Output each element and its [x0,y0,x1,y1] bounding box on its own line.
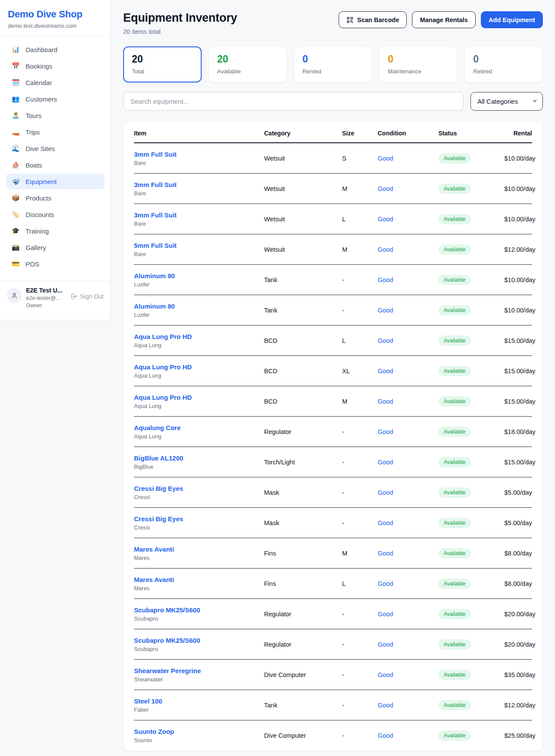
condition-link[interactable]: Good [378,459,438,466]
brand-name[interactable]: Demo Dive Shop [8,9,103,20]
column-header-size: Size [342,130,378,137]
sidebar-item-dashboard[interactable]: 📊 Dashboard [6,42,104,57]
sidebar-item-dive-sites[interactable]: 🌊 Dive Sites [6,141,104,156]
sidebar-item-discounts[interactable]: 🏷️ Discounts [6,207,104,222]
rental-rate-cell: $15.00/day [504,459,535,466]
status-cell: Available [438,579,504,589]
sidebar-item-training[interactable]: 🎓 Training [6,223,104,239]
condition-link[interactable]: Good [378,671,438,678]
stat-card-maintenance[interactable]: 0 Maintenance [379,46,457,82]
status-badge: Available [438,609,471,619]
manage-rentals-button[interactable]: Manage Rentals [412,11,475,28]
sign-out-button[interactable]: Sign Out [70,293,104,300]
condition-link[interactable]: Good [378,216,438,223]
item-name-link[interactable]: 5mm Full Suit [134,242,264,249]
sidebar-item-label: POS [26,260,39,268]
header-actions: Scan Barcode Manage Rentals Add Equipmen… [339,11,543,28]
item-brand: Cressi [134,494,264,500]
item-name-link[interactable]: Suunto Zoop [134,728,264,735]
stat-card-retired[interactable]: 0 Retired [464,46,543,82]
stat-value: 20 [217,53,278,65]
condition-link[interactable]: Good [378,732,438,739]
sidebar-item-products[interactable]: 📦 Products [6,190,104,206]
sidebar-item-tours[interactable]: 🏝️ Tours [6,108,104,123]
item-name-link[interactable]: Aluminum 80 [134,272,264,279]
item-cell: Scubapro MK25/S600 Scubapro [134,637,264,652]
status-badge: Available [438,366,471,376]
condition-link[interactable]: Good [378,185,438,192]
size-cell: M [342,246,378,253]
sidebar-item-boats[interactable]: ⛵ Boats [6,157,104,173]
stat-card-rented[interactable]: 0 Rented [294,46,372,82]
sidebar-item-equipment[interactable]: 🤿 Equipment [6,174,104,189]
condition-link[interactable]: Good [378,489,438,496]
status-badge: Available [438,184,471,194]
category-select-wrap: All Categories [470,92,543,111]
item-brand: Aqua Lung [134,342,264,348]
stat-card-total[interactable]: 20 Total [123,46,202,82]
size-cell: - [342,307,378,314]
condition-link[interactable]: Good [378,276,438,283]
condition-link[interactable]: Good [378,246,438,253]
item-name-link[interactable]: Aqua Lung Pro HD [134,394,264,401]
item-name-link[interactable]: Aqua Lung Pro HD [134,363,264,371]
item-name-link[interactable]: Mares Avanti [134,546,264,553]
condition-link[interactable]: Good [378,550,438,557]
condition-link[interactable]: Good [378,398,438,405]
search-input[interactable] [123,92,464,111]
scan-barcode-button[interactable]: Scan Barcode [339,11,407,28]
condition-link[interactable]: Good [378,368,438,375]
sidebar-item-bookings[interactable]: 📅 Bookings [6,58,104,74]
item-name-link[interactable]: Mares Avanti [134,576,264,583]
condition-link[interactable]: Good [378,307,438,314]
items-total-count: 20 items total [123,28,237,35]
item-name-link[interactable]: Aqua Lung Pro HD [134,333,264,340]
item-name-link[interactable]: Steel 100 [134,697,264,705]
item-name-link[interactable]: Aluminum 80 [134,302,264,310]
stat-card-available[interactable]: 20 Available [209,46,287,82]
condition-link[interactable]: Good [378,337,438,344]
condition-link[interactable]: Good [378,611,438,618]
nav-icon: 🗓️ [11,79,20,86]
item-name-link[interactable]: Scubapro MK25/S600 [134,637,264,644]
item-name-link[interactable]: 3mm Full Suit [134,151,264,158]
category-cell: Regulator [264,428,342,435]
item-name-link[interactable]: Cressi Big Eyes [134,515,264,523]
item-name-link[interactable]: Aqualung Core [134,424,264,431]
condition-link[interactable]: Good [378,519,438,526]
sidebar-item-gallery[interactable]: 📸 Gallery [6,240,104,255]
condition-link[interactable]: Good [378,641,438,648]
sidebar-item-label: Training [26,227,49,235]
nav-icon: 🌊 [11,145,20,152]
rental-rate-cell: $15.00/day [504,368,535,375]
condition-link[interactable]: Good [378,580,438,587]
sidebar-item-customers[interactable]: 👥 Customers [6,91,104,107]
item-brand: Bare [134,160,264,166]
column-header-status: Status [438,130,504,137]
sidebar-item-trips[interactable]: 🚤 Trips [6,124,104,140]
table-row: Mares Avanti Mares Fins M Good Available… [134,538,532,569]
sidebar-item-pos[interactable]: 💳 POS [6,256,104,272]
item-cell: Shearwater Peregrine Shearwater [134,667,264,683]
add-equipment-button[interactable]: Add Equipment [481,11,543,28]
item-name-link[interactable]: 3mm Full Suit [134,181,264,188]
item-name-link[interactable]: Cressi Big Eyes [134,485,264,492]
condition-link[interactable]: Good [378,155,438,162]
item-cell: Aluminum 80 Luxfer [134,272,264,288]
item-brand: Aqua Lung [134,403,264,409]
category-select[interactable]: All Categories [470,92,543,111]
item-name-link[interactable]: Shearwater Peregrine [134,667,264,674]
status-cell: Available [438,396,504,407]
user-role: Owner [26,302,66,309]
condition-link[interactable]: Good [378,428,438,435]
item-name-link[interactable]: Scubapro MK25/S600 [134,606,264,614]
page-header: Equipment Inventory 20 items total Scan … [123,11,543,35]
size-cell: XL [342,368,378,375]
category-cell: Wetsuit [264,216,342,223]
item-name-link[interactable]: BigBlue AL1200 [134,454,264,462]
condition-link[interactable]: Good [378,702,438,709]
nav-icon: ⛵ [11,161,20,169]
item-name-link[interactable]: 3mm Full Suit [134,211,264,219]
sidebar-item-calendar[interactable]: 🗓️ Calendar [6,75,104,90]
size-cell: M [342,398,378,405]
